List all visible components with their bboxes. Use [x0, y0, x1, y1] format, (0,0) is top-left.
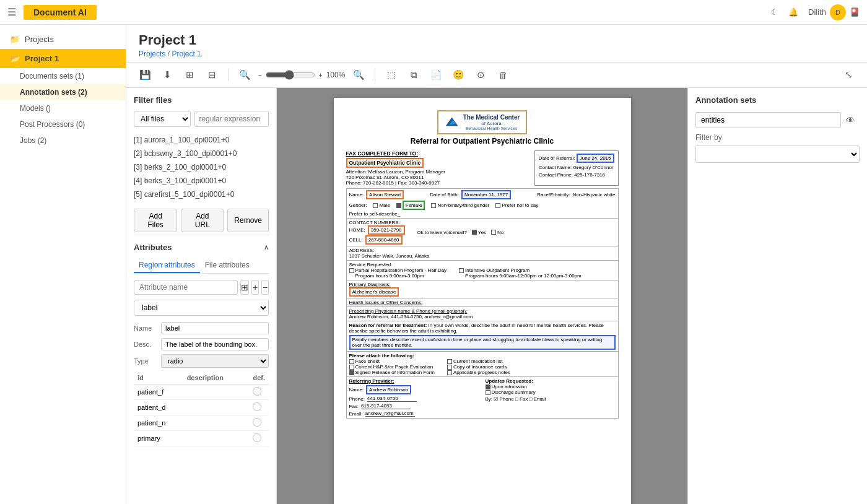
- insurance-checkbox[interactable]: [447, 365, 452, 370]
- attr-desc-1[interactable]: [187, 388, 246, 396]
- iop-checkbox[interactable]: [459, 268, 464, 273]
- chevron-up-icon: ∧: [264, 243, 269, 251]
- hp-psych-checkbox[interactable]: [349, 365, 354, 370]
- attr-id-4[interactable]: [137, 435, 180, 442]
- address-section-label: ADDRESS:: [349, 248, 375, 253]
- med-list-checkbox[interactable]: [447, 359, 452, 364]
- all-files-select[interactable]: All files: [134, 111, 191, 127]
- entity-filter-input[interactable]: [695, 112, 841, 128]
- attributes-section: Attributes ∧ Region attributes File attr…: [134, 235, 269, 446]
- file-item-3[interactable]: [3] berks_2_100_dpi0001+0: [134, 160, 269, 174]
- sidebar-item-project1[interactable]: 📂 Project 1: [0, 49, 126, 68]
- zoom-slider[interactable]: [266, 70, 315, 80]
- sidebar-item-post-processors[interactable]: Post Processors (0): [0, 116, 126, 133]
- file-item-4[interactable]: [4] berks_3_100_dpi0001+0: [134, 174, 269, 188]
- sidebar-item-models[interactable]: Models (): [0, 100, 126, 116]
- address-line: 720 Potomac St. Aurora, CO 80011: [346, 175, 529, 180]
- copy-button[interactable]: ⧉: [405, 66, 422, 84]
- logo-text-line2: of Aurora: [463, 121, 520, 126]
- face-sheet-checkbox[interactable]: [349, 359, 354, 364]
- zoom-out-button[interactable]: 🔍: [236, 66, 253, 84]
- add-url-button[interactable]: Add URL: [181, 209, 224, 232]
- emoji-avatar: 🎴: [850, 7, 860, 17]
- attribute-type-select[interactable]: label text radio checkbox: [134, 300, 269, 316]
- col-description: description: [183, 371, 250, 385]
- attr-default-4[interactable]: [253, 433, 261, 442]
- document-viewer[interactable]: The Medical Center of Aurora Behavioral …: [277, 88, 687, 504]
- php-checkbox[interactable]: [349, 268, 354, 273]
- tab-region-attributes[interactable]: Region attributes: [134, 258, 200, 273]
- progress-notes-checkbox[interactable]: [447, 370, 452, 375]
- notifications-icon[interactable]: 🔔: [788, 7, 798, 17]
- delete-button[interactable]: 🗑: [494, 66, 512, 84]
- attr-name-field[interactable]: [161, 322, 269, 334]
- add-files-button[interactable]: Add Files: [134, 209, 177, 232]
- attributes-header[interactable]: Attributes ∧: [134, 243, 269, 252]
- gender-male-checkbox[interactable]: [373, 203, 378, 208]
- target-button[interactable]: ⊙: [472, 66, 489, 84]
- doc-button[interactable]: 📄: [427, 66, 445, 84]
- sidebar-item-jobs[interactable]: Jobs (2): [0, 133, 126, 149]
- attr-default-3[interactable]: [253, 418, 261, 427]
- attr-default-2[interactable]: [253, 402, 261, 411]
- file-list: [1] aurora_1_100_dpi0001+0 [2] bcbswny_3…: [134, 133, 269, 201]
- download-button[interactable]: ⬇: [159, 66, 176, 84]
- add-attribute-icon[interactable]: ⊞: [240, 280, 249, 295]
- add-icon-btn[interactable]: +: [251, 280, 259, 295]
- sidebar-item-projects[interactable]: 📁 Projects: [0, 30, 126, 49]
- gender-nonbinary-checkbox[interactable]: [431, 203, 436, 208]
- tab-file-attributes[interactable]: File attributes: [200, 258, 255, 273]
- regex-filter-input[interactable]: [195, 112, 269, 126]
- gender-female-checkbox[interactable]: [396, 203, 401, 208]
- race-value: Non-Hispanic white: [573, 192, 616, 198]
- discharge-summary-checkbox[interactable]: [486, 390, 490, 395]
- referring-label: Referring Provider:: [349, 378, 479, 384]
- select-button[interactable]: ⬚: [383, 66, 400, 84]
- attr-id-3[interactable]: [137, 419, 180, 427]
- attr-id-2[interactable]: [137, 404, 180, 411]
- upon-admission-checkbox[interactable]: [486, 385, 490, 389]
- voicemail-no-checkbox[interactable]: [491, 230, 496, 235]
- attr-id-1[interactable]: [137, 388, 180, 396]
- voicemail-yes-checkbox[interactable]: [472, 230, 477, 235]
- save-button[interactable]: 💾: [136, 66, 154, 84]
- attr-desc-2[interactable]: [187, 404, 246, 411]
- user-menu[interactable]: Dilith D 🎴: [808, 4, 860, 20]
- zoom-percent: 100%: [326, 71, 346, 79]
- zoom-in-button[interactable]: 🔍: [350, 66, 367, 84]
- fax-completed-label: FAX COMPLETED FORM TO:: [346, 150, 529, 157]
- grid-button[interactable]: ⊞: [181, 66, 198, 84]
- attr-desc-field[interactable]: [161, 338, 269, 350]
- date-referral-value: June 24, 2015: [577, 154, 614, 163]
- sidebar-item-doc-sets[interactable]: Documents sets (1): [0, 68, 126, 84]
- home-phone-value: 359-021-2790: [368, 225, 405, 235]
- menu-icon[interactable]: ☰: [7, 6, 16, 18]
- remove-button[interactable]: Remove: [227, 209, 269, 232]
- gender-prefer-not-checkbox[interactable]: [495, 203, 500, 208]
- file-item-5[interactable]: [5] carefirst_5_100_dpi0001+0: [134, 188, 269, 201]
- attr-desc-3[interactable]: [187, 419, 246, 427]
- attr-default-1[interactable]: [253, 387, 261, 396]
- attr-type-field[interactable]: radio label text checkbox: [161, 354, 269, 368]
- theme-toggle-icon[interactable]: ☾: [771, 7, 778, 17]
- layout-button[interactable]: ⊟: [203, 66, 220, 84]
- remove-icon-btn[interactable]: −: [261, 280, 269, 295]
- filter-by-select[interactable]: [695, 146, 860, 163]
- attribute-table: id description def.: [134, 371, 269, 446]
- file-item-2[interactable]: [2] bcbswny_3_100_dpi0001+0: [134, 147, 269, 160]
- emoji-button[interactable]: 🙂: [450, 66, 467, 84]
- primary-diag-label: Primary Diagnosis:: [349, 282, 616, 287]
- release-checkbox[interactable]: [349, 370, 354, 375]
- sidebar-item-annotation-sets[interactable]: Annotation sets (2): [0, 84, 126, 100]
- toolbar-separator-2: [375, 69, 375, 81]
- breadcrumb-project1[interactable]: Project 1: [172, 50, 201, 58]
- breadcrumb-projects[interactable]: Projects: [139, 50, 165, 58]
- user-name: Dilith: [808, 7, 826, 17]
- expand-button[interactable]: ⤡: [840, 66, 857, 84]
- attribute-name-input[interactable]: [134, 280, 238, 295]
- file-item-1[interactable]: [1] aurora_1_100_dpi0001+0: [134, 133, 269, 147]
- contact-phone-value: 425-178-7316: [574, 172, 605, 178]
- attr-desc-4[interactable]: [187, 435, 246, 442]
- eye-icon[interactable]: 👁: [841, 112, 860, 128]
- prescribing-label: Prescribing Physician name & Phone (emai…: [349, 308, 616, 314]
